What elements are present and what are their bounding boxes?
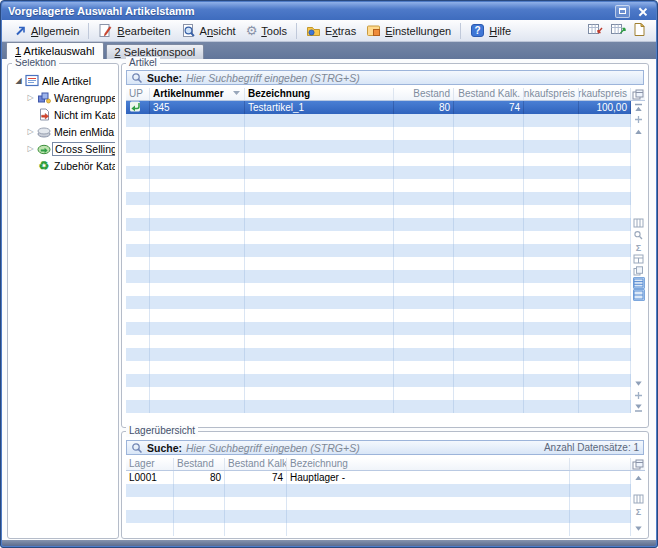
empty-row[interactable]	[126, 205, 631, 218]
new-document-button[interactable]	[633, 22, 646, 39]
accessories-icon: ♻	[39, 160, 50, 172]
first-row-button[interactable]	[633, 101, 645, 113]
artikel-scroll-strip[interactable]: Σ	[632, 101, 645, 413]
table-import-button[interactable]	[587, 22, 603, 39]
empty-row[interactable]	[126, 361, 631, 374]
toolbar-button-ansicht[interactable]: Ansicht	[176, 22, 241, 39]
artikel-search-bar[interactable]: Suche: Hier Suchbegriff eingeben (STRG+S…	[126, 70, 644, 85]
lager-search-bar[interactable]: Suche: Hier Suchbegriff eingeben (STRG+S…	[126, 440, 644, 455]
column-header-lager[interactable]: Lager	[126, 458, 174, 470]
tree-item-zubeh-r-katalog[interactable]: ♻Zubehör Katalog	[11, 157, 115, 174]
empty-row[interactable]	[126, 335, 631, 348]
restore-button[interactable]	[615, 5, 630, 18]
move-button[interactable]	[633, 389, 645, 401]
empty-row[interactable]	[126, 179, 631, 192]
column-header-empty[interactable]	[570, 458, 631, 470]
artikel-data-row[interactable]: 345Testartikel_18074100,00	[126, 101, 631, 114]
empty-row[interactable]	[126, 166, 631, 179]
lager-scroll-strip[interactable]: Σ	[632, 471, 645, 534]
tree-item-mein-enmida[interactable]: ▷Mein enMida	[11, 123, 115, 140]
find-button[interactable]	[633, 229, 645, 241]
empty-row[interactable]	[126, 244, 631, 257]
tree-item-alle-artikel[interactable]: ◢Alle Artikel	[11, 72, 115, 89]
empty-row[interactable]	[126, 322, 631, 335]
toolbar-button-extras[interactable]: Extras	[301, 22, 361, 39]
empty-row[interactable]	[126, 127, 631, 140]
tree-item-cross-selling-katalog[interactable]: ▷Cross Selling Katalog	[11, 140, 115, 157]
column-header-verkaufspreis[interactable]: Verkaufspreis	[579, 88, 631, 100]
row-lines-button[interactable]	[633, 289, 645, 301]
empty-row[interactable]	[126, 231, 631, 244]
toolbar-button-hilfe[interactable]: ?Hilfe	[465, 22, 516, 39]
title-bar: Vorgelagerte Auswahl Artikelstamm	[2, 2, 656, 20]
column-header-bestand[interactable]: Bestand	[394, 88, 454, 100]
product-groups-icon	[37, 91, 51, 104]
empty-cell	[579, 231, 631, 244]
toolbar-button-tools[interactable]: ⚙Tools	[241, 23, 292, 38]
empty-row[interactable]	[126, 153, 631, 166]
window-bottom-border	[2, 540, 656, 546]
empty-row[interactable]	[126, 400, 631, 413]
column-header-bestand-kalk-[interactable]: Bestand Kalk.	[454, 88, 524, 100]
empty-row[interactable]	[126, 257, 631, 270]
sum-button[interactable]: Σ	[633, 241, 645, 253]
next-row-button[interactable]	[633, 377, 645, 389]
column-chooser-button[interactable]	[631, 88, 645, 100]
empty-row[interactable]	[126, 348, 631, 361]
toolbar-button-allgemein[interactable]: Allgemein	[8, 23, 84, 39]
empty-row[interactable]	[126, 270, 631, 283]
tree-item-nicht-im-katalog[interactable]: Nicht im Katalog	[11, 106, 115, 123]
layout-button[interactable]	[633, 253, 645, 265]
collapsed-expander-icon[interactable]: ▷	[25, 127, 36, 136]
arrow-ne-icon	[13, 24, 27, 38]
empty-cell	[570, 523, 631, 536]
row-height-icon	[633, 278, 644, 288]
empty-row[interactable]	[126, 140, 631, 153]
columns-button[interactable]	[633, 217, 645, 229]
empty-row[interactable]	[126, 296, 631, 309]
empty-row[interactable]	[126, 484, 631, 497]
prev-row-button[interactable]	[633, 471, 645, 483]
last-row-button[interactable]	[633, 401, 645, 413]
copy-button[interactable]	[633, 265, 645, 277]
move-button[interactable]	[633, 113, 645, 125]
tree-item-warengruppen[interactable]: ▷Warengruppen	[11, 89, 115, 106]
empty-row[interactable]	[126, 387, 631, 400]
empty-row[interactable]	[126, 114, 631, 127]
toolbar-button-bearbeiten[interactable]: Bearbeiten	[93, 22, 175, 39]
empty-row[interactable]	[126, 510, 631, 523]
column-header-up[interactable]: UP	[126, 88, 150, 100]
next-row-button[interactable]	[633, 522, 645, 534]
column-header-bezeichnung[interactable]: Bezeichnung	[287, 458, 570, 470]
window-title: Vorgelagerte Auswahl Artikelstamm	[8, 5, 615, 17]
expanded-expander-icon[interactable]: ◢	[13, 76, 24, 85]
column-header-bezeichnung[interactable]: Bezeichnung	[245, 88, 394, 100]
column-header-bestand-kalk-[interactable]: Bestand Kalk.	[225, 458, 287, 470]
column-header-artikelnummer[interactable]: Artikelnummer	[150, 88, 245, 100]
empty-row[interactable]	[126, 309, 631, 322]
empty-row[interactable]	[126, 497, 631, 510]
tab-1-artikelauswahl[interactable]: 1 Artikelauswahl	[6, 42, 104, 59]
toolbar-button-label: Tools	[261, 25, 287, 37]
sum-button[interactable]: Σ	[633, 505, 645, 517]
row-height-button[interactable]	[633, 277, 645, 289]
empty-row[interactable]	[126, 374, 631, 387]
toolbar-button-einstellungen[interactable]: Einstellungen	[361, 22, 456, 39]
table-export-button[interactable]	[610, 22, 626, 39]
empty-row[interactable]	[126, 218, 631, 231]
empty-row[interactable]	[126, 523, 631, 536]
columns-button[interactable]	[633, 493, 645, 505]
prev-row-button[interactable]	[633, 125, 645, 137]
up-arrow-icon	[129, 101, 141, 112]
collapsed-expander-icon[interactable]: ▷	[25, 144, 36, 153]
tree-icon-wrap	[36, 143, 52, 155]
column-header-bestand[interactable]: Bestand	[174, 458, 225, 470]
lager-data-row[interactable]: L00018074Hauptlager -	[126, 471, 631, 484]
empty-row[interactable]	[126, 192, 631, 205]
column-chooser-button[interactable]	[631, 458, 645, 470]
close-button[interactable]	[635, 5, 650, 18]
empty-row[interactable]	[126, 283, 631, 296]
column-header-einkaufspreis[interactable]: Einkaufspreis	[524, 88, 579, 100]
collapsed-expander-icon[interactable]: ▷	[25, 93, 36, 102]
sort-filter-icon[interactable]	[232, 89, 241, 97]
